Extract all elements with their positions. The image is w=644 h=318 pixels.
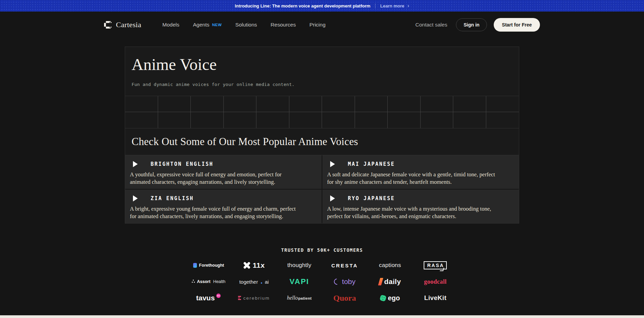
announcement-banner: Introducing Line: The modern voice agent… — [0, 0, 644, 12]
hello-label: hello — [287, 295, 298, 301]
logo-quora: Quora — [333, 294, 356, 303]
trusted-by-section: TRUSTED BY 50K+ CUSTOMERS Forethought 11… — [0, 247, 644, 306]
page-title: Anime Voice — [132, 56, 519, 73]
grid-cell — [256, 112, 289, 128]
cartesia-logo-icon — [104, 21, 112, 29]
forethought-label: Forethought — [199, 263, 224, 268]
grid-cell — [355, 96, 388, 112]
banner-divider — [375, 3, 375, 8]
daily-label: daily — [384, 278, 401, 286]
livekit-label: LiveKit — [424, 294, 446, 302]
play-icon — [330, 161, 335, 167]
nav-item-agents[interactable]: AgentsNEW — [193, 22, 222, 28]
logo-ego: ego — [380, 294, 400, 302]
play-icon — [133, 195, 138, 201]
voice-card-mai[interactable]: MAI JAPANESE A soft and delicate Japanes… — [322, 155, 519, 189]
nav-item-agents-label: Agents — [193, 22, 209, 28]
logo-livekit: LiveKit — [424, 294, 446, 302]
voice-name: BRIGHTON ENGLISH — [151, 161, 214, 167]
nav-item-models[interactable]: Models — [162, 22, 179, 28]
contact-sales-link[interactable]: Contact sales — [415, 22, 447, 28]
sign-in-button[interactable]: Sign in — [456, 18, 487, 31]
11x-icon — [243, 262, 251, 269]
grid-cell — [322, 96, 355, 112]
brand-name: Cartesia — [116, 20, 141, 29]
logo-cresta: CRESTA — [331, 263, 358, 268]
grid-cell — [289, 112, 322, 128]
grid-cell — [289, 96, 322, 112]
logo-assort-health: AssortHealth — [192, 279, 225, 284]
nav-item-pricing[interactable]: Pricing — [309, 22, 325, 28]
ego-label: ego — [388, 294, 400, 302]
logo-forethought: Forethought — [193, 263, 224, 268]
grid-cell — [191, 112, 224, 128]
play-button[interactable] — [330, 161, 338, 167]
nav-item-solutions[interactable]: Solutions — [235, 22, 257, 28]
grid-cell — [486, 112, 519, 128]
nav-item-solutions-label: Solutions — [235, 22, 257, 28]
play-button[interactable] — [133, 195, 140, 201]
top-navigation: Cartesia Models AgentsNEW Solutions Reso… — [0, 12, 644, 38]
grid-cell — [388, 112, 421, 128]
play-button[interactable] — [330, 195, 338, 201]
play-icon — [330, 195, 335, 201]
ai-label: ai — [265, 279, 269, 285]
voice-cards: BRIGHTON ENGLISH A youthful, expressive … — [125, 155, 519, 223]
nav-item-resources-label: Resources — [271, 22, 296, 28]
11x-label: 11x — [253, 261, 265, 269]
banner-message: Introducing Line: The modern voice agent… — [235, 3, 371, 8]
voice-name: ZIA ENGLISH — [151, 195, 194, 201]
voice-description: A bright, expressive young female voice … — [130, 205, 298, 220]
forethought-icon — [193, 263, 197, 268]
play-icon — [133, 161, 138, 167]
cresta-label: CRESTA — [331, 263, 358, 268]
rasa-label: RASA — [424, 261, 447, 269]
play-button[interactable] — [133, 161, 140, 167]
logo-tavus: tavus — [196, 294, 221, 302]
hero-section: Anime Voice Fun and dynamic anime voices… — [125, 47, 519, 96]
daily-slash-icon — [378, 278, 383, 285]
logo-together-ai: togetherai — [239, 279, 269, 285]
nav-actions: Contact sales Sign in Start for Free — [415, 18, 540, 32]
grid-cell — [453, 96, 486, 112]
grid-cell — [158, 112, 191, 128]
toby-spiral-icon — [333, 277, 341, 286]
next-section-edge — [0, 315, 644, 318]
ego-blob-icon — [379, 295, 387, 302]
logo-vapi: VAPI — [289, 277, 309, 286]
grid-cell — [191, 96, 224, 112]
voice-card-ryo[interactable]: RYO JAPANESE A low, intense Japanese mal… — [322, 190, 519, 223]
banner-learn-more-link[interactable]: Learn more › — [380, 3, 409, 8]
voice-description: A soft and delicate Japanese female voic… — [327, 171, 495, 186]
voice-sample-grid — [125, 96, 519, 128]
grid-cell — [421, 112, 454, 128]
banner-learn-more-label: Learn more — [380, 3, 404, 8]
customer-logo-grid: Forethought 11x thoughtly CRESTA caption… — [186, 257, 458, 306]
grid-cell — [125, 112, 158, 128]
grid-cell — [256, 96, 289, 112]
grid-cell — [355, 112, 388, 128]
logo-rasa: RASA — [424, 261, 447, 269]
logo-thoughtly: thoughtly — [287, 262, 311, 269]
nav-links: Models AgentsNEW Solutions Resources Pri… — [162, 22, 325, 28]
nav-item-models-label: Models — [162, 22, 179, 28]
logo-cerebrium: cerebrium — [238, 296, 270, 301]
nav-item-resources[interactable]: Resources — [271, 22, 296, 28]
vapi-label: VAPI — [289, 277, 309, 286]
toby-label: toby — [342, 278, 356, 286]
grid-cell — [486, 96, 519, 112]
logo-hellopatient: hellopatient — [287, 295, 312, 301]
cartesia-logo[interactable]: Cartesia — [104, 20, 141, 29]
patient-label: patient — [298, 296, 312, 300]
logo-daily: daily — [379, 278, 401, 286]
start-for-free-button[interactable]: Start for Free — [494, 18, 540, 32]
logo-captions: captions — [379, 262, 401, 269]
quora-label: Quora — [333, 294, 356, 303]
voice-card-brighton[interactable]: BRIGHTON ENGLISH A youthful, expressive … — [125, 155, 322, 189]
voice-name: MAI JAPANESE — [348, 161, 395, 167]
cerebrium-label: cerebrium — [243, 296, 270, 301]
popular-voices-heading: Check Out Some of Our Most Popular Anime… — [132, 136, 358, 148]
health-label: Health — [213, 279, 225, 284]
voice-card-zia[interactable]: ZIA ENGLISH A bright, expressive young f… — [125, 190, 322, 223]
grid-cell — [453, 112, 486, 128]
